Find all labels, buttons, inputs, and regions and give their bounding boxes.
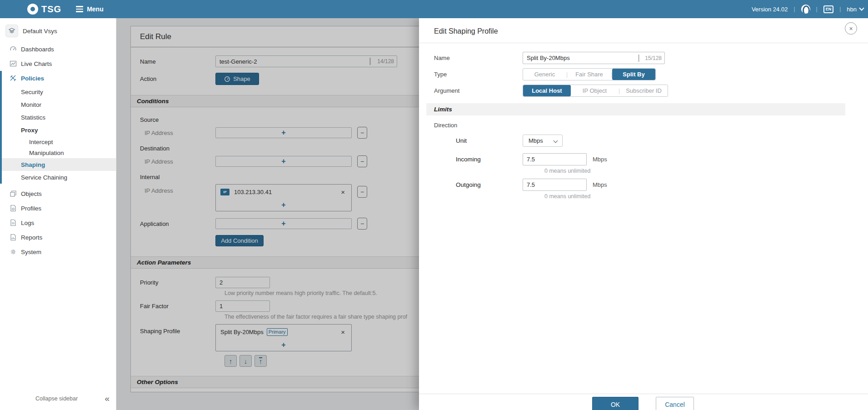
sidebar-item-manipulation[interactable]: Manipulation	[2, 147, 116, 158]
sidebar-item-proxy[interactable]: Proxy	[2, 124, 116, 136]
username: hbn	[847, 6, 857, 13]
menu-label: Menu	[87, 5, 104, 13]
sidebar-item-system[interactable]: System	[0, 245, 116, 259]
argument-option-local-host[interactable]: Local Host	[523, 85, 571, 96]
sidebar-item-reports[interactable]: Reports	[0, 230, 116, 245]
sidebar-item-service-chaining[interactable]: Service Chaining	[2, 171, 116, 184]
outgoing-unit: Mbps	[593, 181, 607, 188]
double-chevron-left-icon: «	[105, 394, 110, 404]
unit-select[interactable]: Mbps	[523, 135, 563, 147]
top-bar: TSG Menu Version 24.02 | | EN | hbn	[0, 0, 868, 18]
sidebar: Default Vsys Dashboards Live Charts Poli…	[0, 18, 116, 410]
type-option-generic[interactable]: Generic	[523, 69, 566, 80]
sidebar-item-policies[interactable]: Policies	[2, 71, 116, 85]
gear-icon	[9, 248, 17, 255]
chevron-down-icon	[859, 5, 864, 10]
direction-label: Direction	[434, 122, 523, 129]
type-option-fair-share[interactable]: Fair Share	[568, 69, 611, 80]
type-segmented-control: Generic | Fair Share | Split By	[523, 68, 656, 80]
policy-icon	[9, 75, 17, 82]
profiles-icon	[9, 205, 17, 212]
profile-name-label: Name	[434, 55, 523, 61]
outgoing-input[interactable]	[523, 179, 587, 191]
cancel-button[interactable]: Cancel	[656, 397, 694, 410]
incoming-input[interactable]	[523, 153, 587, 165]
collapse-sidebar-button[interactable]: Collapse sidebar «	[0, 394, 116, 404]
type-option-split-by[interactable]: Split By	[612, 69, 655, 80]
incoming-unit: Mbps	[593, 156, 607, 163]
ok-button[interactable]: OK	[592, 397, 639, 410]
argument-label: Argument	[434, 87, 523, 94]
sidebar-item-dashboards[interactable]: Dashboards	[0, 42, 116, 56]
objects-icon	[9, 190, 17, 197]
sidebar-item-security[interactable]: Security	[2, 85, 116, 98]
outgoing-help-text: 0 means unlimited	[544, 193, 868, 200]
modal-footer: OK Cancel	[419, 394, 868, 410]
vsys-label: Default Vsys	[23, 28, 57, 35]
incoming-help-text: 0 means unlimited	[544, 168, 868, 174]
outgoing-label: Outgoing	[456, 181, 523, 188]
reports-icon	[9, 234, 17, 241]
chart-icon	[9, 60, 17, 67]
incoming-label: Incoming	[456, 156, 523, 163]
sidebar-item-statistics[interactable]: Statistics	[2, 111, 116, 124]
gauge-icon	[9, 45, 17, 53]
sidebar-item-objects[interactable]: Objects	[0, 186, 116, 201]
sidebar-item-profiles[interactable]: Profiles	[0, 201, 116, 215]
edit-shaping-profile-modal: Edit Shaping Profile × Name 15/128 Type …	[419, 18, 868, 410]
language-icon[interactable]: EN	[823, 5, 834, 13]
chevron-down-icon	[554, 139, 558, 143]
type-label: Type	[434, 71, 523, 78]
layers-icon	[5, 25, 18, 37]
limits-section-header: Limits	[426, 103, 845, 115]
globe-icon[interactable]	[801, 5, 810, 14]
version-text: Version 24.02	[752, 6, 788, 13]
argument-option-subscriber-id[interactable]: Subscriber ID	[620, 85, 668, 96]
sidebar-item-shaping[interactable]: Shaping	[2, 158, 116, 171]
sidebar-item-monitor[interactable]: Monitor	[2, 98, 116, 111]
vsys-selector[interactable]: Default Vsys	[5, 22, 116, 40]
argument-option-ip-object[interactable]: IP Object	[571, 85, 619, 96]
tsg-logo-icon	[27, 4, 38, 15]
unit-label: Unit	[456, 137, 523, 144]
brand: TSG	[27, 4, 61, 15]
argument-segmented-control: Local Host IP Object | Subscriber ID	[523, 85, 668, 97]
user-menu[interactable]: hbn	[847, 6, 863, 13]
profile-name-input[interactable]	[523, 52, 665, 64]
logs-icon	[9, 219, 17, 226]
menu-button[interactable]: Menu	[76, 5, 104, 13]
sidebar-item-live-charts[interactable]: Live Charts	[0, 56, 116, 71]
profile-name-counter: 15/128	[645, 55, 662, 61]
policies-group: Policies Security Monitor Statistics Pro…	[0, 71, 116, 184]
modal-title: Edit Shaping Profile	[434, 27, 498, 35]
hamburger-icon	[76, 6, 83, 12]
brand-name: TSG	[41, 4, 61, 15]
close-icon[interactable]: ×	[845, 22, 857, 35]
sidebar-item-intercept[interactable]: Intercept	[2, 136, 116, 147]
sidebar-item-logs[interactable]: Logs	[0, 215, 116, 230]
